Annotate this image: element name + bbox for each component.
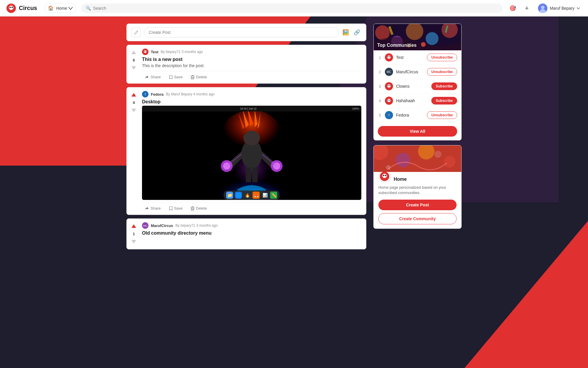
subscribe-btn-1[interactable]: Unsubscribe bbox=[427, 54, 457, 61]
upvote-button-2[interactable] bbox=[130, 91, 138, 99]
save-icon-2 bbox=[169, 206, 173, 210]
save-button-1[interactable]: Save bbox=[167, 74, 185, 80]
community-label-4: Hahahaah bbox=[396, 98, 428, 103]
delete-button-1[interactable]: Delete bbox=[189, 74, 209, 80]
create-community-button[interactable]: Create Community bbox=[378, 213, 457, 224]
post-author-1: By bepary71 3 months ago bbox=[161, 50, 203, 54]
desktop-screenshot: 16:35 | Sat 22 100% bbox=[142, 106, 361, 200]
delete-button-2[interactable]: Delete bbox=[189, 205, 209, 212]
communities-card-title: Top Communities bbox=[377, 43, 417, 48]
svg-point-50 bbox=[387, 56, 389, 57]
svg-text:MC: MC bbox=[143, 224, 147, 227]
community-name-2: Fedora bbox=[151, 92, 163, 97]
svg-text:MC: MC bbox=[387, 70, 391, 74]
post-meta-1: Test By bepary71 3 months ago bbox=[142, 49, 361, 55]
header-actions: 🎯 + Maruf Bepary bbox=[507, 2, 582, 14]
community-label-1: Test bbox=[396, 55, 424, 60]
svg-point-56 bbox=[387, 85, 389, 86]
home-card-header: Home bbox=[378, 176, 457, 183]
share-icon bbox=[145, 75, 149, 79]
post-body-2: f Fedora By Maruf Bepary 4 months ago De… bbox=[141, 87, 366, 215]
home-card: Home Home page personalized based on you… bbox=[373, 145, 462, 229]
share-button-1[interactable]: Share bbox=[143, 74, 163, 80]
svg-point-57 bbox=[389, 85, 390, 86]
subscribe-btn-2[interactable]: Unsubscribe bbox=[427, 68, 457, 76]
svg-point-3 bbox=[9, 6, 11, 8]
community-list: 1 Test Unsubscribe 2 MC MarufCircus bbox=[374, 50, 461, 122]
logo[interactable]: Circus bbox=[6, 3, 37, 14]
svg-point-74 bbox=[383, 175, 384, 176]
create-post-box: 🖼️ 🔗 bbox=[126, 24, 366, 41]
taskbar-icon-6: ✏️ bbox=[270, 192, 277, 199]
trash-icon-2 bbox=[191, 206, 194, 210]
svg-point-68 bbox=[444, 156, 455, 168]
avatar bbox=[538, 4, 547, 13]
rank-4: 4 bbox=[378, 99, 382, 103]
svg-rect-29 bbox=[246, 168, 251, 182]
post-footer-1: Share Save Delete bbox=[142, 71, 361, 83]
feed-column: 🖼️ 🔗 0 bbox=[126, 24, 366, 249]
taskbar-icon-2: 🌐 bbox=[235, 192, 242, 199]
subscribe-btn-4[interactable]: Subscribe bbox=[431, 97, 457, 105]
add-button[interactable]: + bbox=[522, 3, 532, 14]
upvote-button-1[interactable] bbox=[130, 49, 138, 57]
downvote-button-3[interactable] bbox=[130, 237, 138, 246]
home-icon: 🏠 bbox=[48, 5, 54, 11]
svg-point-61 bbox=[389, 100, 390, 101]
community-icon-2: f bbox=[142, 91, 148, 97]
subscribe-btn-3[interactable]: Subscribe bbox=[431, 82, 457, 90]
svg-point-24 bbox=[243, 131, 260, 145]
link-button[interactable]: 🔗 bbox=[353, 28, 361, 37]
rank-1: 1 bbox=[378, 55, 382, 60]
username: Maruf Bepary bbox=[550, 6, 574, 11]
user-menu[interactable]: Maruf Bepary bbox=[536, 2, 582, 14]
taskbar-icon-4: 🦊 bbox=[253, 192, 260, 199]
notifications-button[interactable]: 🎯 bbox=[507, 3, 518, 14]
community-item-2: 2 MC MarufCircus Unsubscribe bbox=[374, 65, 461, 79]
community-icon-1 bbox=[142, 49, 148, 55]
share-button-2[interactable]: Share bbox=[143, 205, 163, 212]
post-author-2: By Maruf Bepary 4 months ago bbox=[166, 92, 214, 96]
home-nav[interactable]: 🏠 Home bbox=[44, 3, 76, 13]
downvote-button-1[interactable] bbox=[130, 64, 138, 72]
post-card-3: 1 MC Maru bbox=[126, 218, 366, 249]
pencil-icon bbox=[134, 30, 138, 35]
community-name-1: Test bbox=[151, 50, 158, 54]
community-avatar-3 bbox=[385, 82, 393, 90]
downvote-button-2[interactable] bbox=[130, 106, 138, 114]
search-bar[interactable]: 🔍 bbox=[81, 4, 503, 13]
screenshot-inner: 16:35 | Sat 22 100% bbox=[142, 106, 361, 200]
save-button-2[interactable]: Save bbox=[167, 205, 185, 212]
search-icon: 🔍 bbox=[86, 6, 91, 11]
community-name-3: MarufCircus bbox=[151, 223, 173, 228]
logo-text: Circus bbox=[19, 5, 37, 11]
image-upload-button[interactable]: 🖼️ bbox=[341, 28, 350, 37]
search-input[interactable] bbox=[93, 6, 498, 11]
svg-point-7 bbox=[10, 4, 12, 6]
vote-count-1: 0 bbox=[133, 58, 135, 62]
post-footer-2: Share Save Delete bbox=[142, 202, 361, 215]
svg-point-69 bbox=[386, 165, 391, 170]
community-avatar-1 bbox=[385, 53, 393, 62]
community-avatar-5: f bbox=[385, 111, 393, 119]
app-container: 🖼️ 🔗 0 bbox=[121, 0, 467, 255]
taskbar: 📁 🌐 🔥 🦊 📊 ✏️ bbox=[224, 190, 280, 200]
svg-point-70 bbox=[435, 151, 442, 158]
create-post-input[interactable] bbox=[144, 27, 338, 37]
create-post-sidebar-button[interactable]: Create Post bbox=[378, 200, 457, 210]
svg-point-75 bbox=[385, 175, 386, 176]
upvote-button-3[interactable] bbox=[130, 222, 138, 231]
vote-column-1: 0 bbox=[127, 45, 141, 83]
main-content: 🖼️ 🔗 0 bbox=[121, 18, 467, 255]
post-body-1: Test By bepary71 3 months ago This is a … bbox=[141, 45, 366, 83]
communities-card: Top Communities 1 Test Unsubscribe bbox=[373, 24, 462, 140]
post-card-2: 4 f Fedor bbox=[126, 87, 366, 215]
trash-icon bbox=[191, 75, 194, 79]
anime-figure-svg bbox=[208, 106, 296, 200]
vote-count-2: 4 bbox=[133, 100, 135, 105]
home-nav-label: Home bbox=[56, 6, 67, 11]
subscribe-btn-5[interactable]: Unsubscribe bbox=[427, 111, 457, 119]
view-all-button[interactable]: View All bbox=[378, 126, 457, 137]
communities-banner: Top Communities bbox=[374, 24, 461, 50]
svg-point-60 bbox=[387, 100, 389, 101]
